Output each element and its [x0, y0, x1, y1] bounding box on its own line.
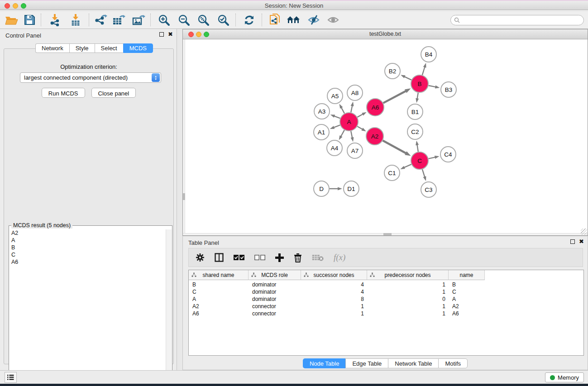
edge-A2-C[interactable]: [383, 141, 406, 154]
edge-A-A1[interactable]: [333, 125, 340, 128]
table-cell[interactable]: A2: [449, 303, 485, 310]
table-cell[interactable]: 4: [301, 281, 367, 288]
tab-network[interactable]: Network: [35, 43, 69, 53]
edge-B-B2[interactable]: [404, 76, 411, 80]
table-cell[interactable]: A: [449, 295, 485, 303]
mcds-result-item[interactable]: A: [10, 237, 166, 244]
table-cell[interactable]: 1: [367, 303, 449, 310]
new-network-from-selection-icon[interactable]: [267, 13, 282, 27]
vertical-scroll-thumb[interactable]: [183, 193, 185, 200]
table-cell[interactable]: 4: [301, 288, 367, 295]
table-cell[interactable]: 1: [367, 288, 449, 295]
edge-C-C2[interactable]: [417, 144, 418, 152]
edge-A-A4[interactable]: [341, 130, 344, 137]
close-panel-button[interactable]: Close panel: [91, 88, 136, 98]
table-cell[interactable]: A2: [189, 303, 249, 310]
tab-network-table[interactable]: Network Table: [388, 358, 438, 368]
edge-A-A6[interactable]: [357, 114, 363, 117]
table-cell[interactable]: A6: [189, 310, 249, 317]
first-neighbors-icon[interactable]: [286, 13, 301, 27]
tab-style[interactable]: Style: [69, 43, 95, 53]
table-cell[interactable]: connector: [249, 303, 301, 310]
refresh-icon[interactable]: [241, 13, 257, 27]
edge-C-C4[interactable]: [429, 157, 436, 159]
table-cell[interactable]: connector: [249, 310, 301, 317]
mcds-result-item[interactable]: C: [10, 251, 166, 258]
create-column-icon[interactable]: [275, 253, 284, 262]
task-history-button[interactable]: [5, 372, 17, 383]
delete-column-icon[interactable]: [294, 253, 302, 262]
table-row[interactable]: A2connector11A2: [189, 303, 583, 310]
edge-A-A2[interactable]: [357, 126, 363, 129]
edge-B-B1[interactable]: [417, 93, 418, 100]
table-row[interactable]: A6connector11A6: [189, 310, 583, 317]
table-cell[interactable]: dominator: [249, 288, 301, 295]
run-mcds-button[interactable]: Run MCDS: [42, 88, 85, 98]
edge-C-C1[interactable]: [404, 164, 411, 168]
column-header-successor-nodes[interactable]: successor nodes: [301, 270, 367, 280]
search-input[interactable]: [460, 17, 583, 24]
canvas-vertical-scrollbar[interactable]: [183, 39, 185, 235]
edge-A-A3[interactable]: [334, 116, 340, 118]
export-network-icon[interactable]: [93, 13, 108, 27]
mcds-result-scrollbar[interactable]: [166, 229, 172, 381]
tab-mcds[interactable]: MCDS: [123, 43, 153, 53]
hide-selected-icon[interactable]: [306, 13, 321, 27]
close-table-panel-icon[interactable]: ✖: [579, 239, 584, 244]
canvas-horizontal-scrollbar[interactable]: [183, 233, 588, 235]
table-row[interactable]: Adominator80A: [189, 295, 583, 303]
table-cell[interactable]: dominator: [249, 281, 301, 288]
export-image-icon[interactable]: [131, 13, 147, 27]
table-cell[interactable]: 1: [367, 281, 449, 288]
float-panel-icon[interactable]: [159, 32, 164, 37]
show-columns-icon[interactable]: [215, 253, 224, 262]
zoom-selected-icon[interactable]: [215, 13, 231, 27]
table-cell[interactable]: B: [449, 281, 485, 288]
table-cell[interactable]: 1: [367, 310, 449, 317]
horizontal-scroll-thumb[interactable]: [383, 233, 392, 235]
memory-button[interactable]: Memory: [545, 372, 584, 382]
tab-select[interactable]: Select: [95, 43, 123, 53]
import-table-icon[interactable]: [68, 13, 83, 27]
edge-A6-B[interactable]: [383, 91, 406, 103]
open-session-icon[interactable]: [4, 13, 19, 27]
tab-edge-table[interactable]: Edge Table: [345, 358, 388, 368]
table-cell[interactable]: 0: [367, 295, 449, 303]
edge-A-A8[interactable]: [351, 105, 352, 112]
table-cell[interactable]: 8: [301, 295, 367, 303]
select-all-columns-icon[interactable]: [234, 255, 244, 261]
column-header-name[interactable]: name: [449, 270, 485, 280]
mcds-result-item[interactable]: A2: [10, 229, 166, 237]
zoom-in-icon[interactable]: [156, 13, 172, 27]
import-network-icon[interactable]: [47, 13, 62, 27]
search-field[interactable]: [450, 15, 584, 25]
table-cell[interactable]: C: [189, 288, 249, 295]
export-table-icon[interactable]: [111, 13, 127, 27]
optimization-criterion-dropdown[interactable]: largest connected component (directed) ▲…: [20, 72, 161, 83]
window-resize-grip[interactable]: [581, 229, 587, 235]
zoom-out-icon[interactable]: [176, 13, 191, 27]
table-cell[interactable]: C: [449, 288, 485, 295]
close-panel-icon[interactable]: ✖: [168, 32, 173, 37]
mcds-result-item[interactable]: A6: [10, 258, 166, 266]
table-row[interactable]: Cdominator41C: [189, 288, 583, 295]
table-cell[interactable]: 1: [301, 303, 367, 310]
table-settings-gear-icon[interactable]: [196, 253, 205, 262]
column-header-MCDS-role[interactable]: MCDS role: [249, 270, 301, 280]
deselect-all-columns-icon[interactable]: [254, 255, 265, 261]
tab-node-table[interactable]: Node Table: [303, 358, 346, 368]
column-header-predecessor-nodes[interactable]: predecessor nodes: [367, 270, 449, 280]
edge-B-B3[interactable]: [429, 86, 436, 87]
table-cell[interactable]: B: [189, 281, 249, 288]
tab-motifs[interactable]: Motifs: [438, 358, 468, 368]
edge-A-A7[interactable]: [351, 131, 352, 138]
table-cell[interactable]: A: [189, 295, 249, 303]
edge-B-B4[interactable]: [422, 67, 425, 75]
edge-C-C3[interactable]: [422, 169, 425, 177]
network-canvas[interactable]: AA1A2A3A4A5A6A7A8BB1B2B3B4CC1C2C3C4DD1: [183, 39, 588, 235]
table-cell[interactable]: 1: [301, 310, 367, 317]
show-all-icon[interactable]: [325, 13, 341, 27]
edge-A-A5[interactable]: [341, 107, 344, 114]
table-row[interactable]: Bdominator41B: [189, 281, 583, 288]
column-header-shared-name[interactable]: shared name: [189, 270, 249, 280]
